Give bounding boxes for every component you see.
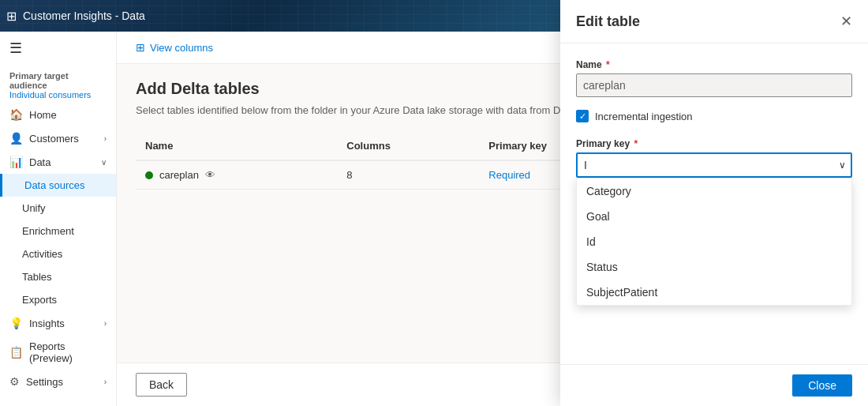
data-chevron-icon: ∨ <box>101 158 107 167</box>
sidebar-item-settings[interactable]: ⚙ Settings › <box>0 370 116 393</box>
app-layout: ☰ Primary target audience Individual con… <box>0 32 868 406</box>
edit-table-panel: Edit table ✕ Name * ✓ Incremental ingest… <box>560 0 868 406</box>
customers-label: Customers <box>29 133 79 145</box>
sidebar-item-insights[interactable]: 💡 Insights › <box>0 311 116 335</box>
topbar-left: ⊞ Customer Insights - Data <box>6 9 145 24</box>
dropdown-list: Category Goal Id Status SubjectPatient <box>576 178 852 306</box>
modal-close-button[interactable]: ✕ <box>840 13 852 30</box>
row-eye-icon[interactable]: 👁 <box>205 169 215 181</box>
insights-label: Insights <box>29 318 65 329</box>
sidebar-item-home[interactable]: 🏠 Home <box>0 103 116 126</box>
primary-key-required-mark: * <box>631 138 638 149</box>
app-title: Customer Insights - Data <box>23 9 145 22</box>
home-icon: 🏠 <box>9 108 23 121</box>
sidebar-item-exports[interactable]: Exports <box>0 288 116 311</box>
customers-icon: 👤 <box>9 132 23 145</box>
grid-icon[interactable]: ⊞ <box>6 9 17 24</box>
settings-chevron-icon: › <box>104 378 107 386</box>
view-columns-button[interactable]: ⊞ View columns <box>129 38 219 57</box>
insights-icon: 💡 <box>9 317 23 329</box>
sidebar-item-reports[interactable]: 📋 Reports (Preview) <box>0 335 116 370</box>
unify-label: Unify <box>22 202 46 214</box>
primary-key-label: Primary key * <box>576 138 852 149</box>
row-name-value: careplan <box>159 169 199 181</box>
col-name-header: Name <box>136 132 337 160</box>
sidebar-item-unify[interactable]: Unify <box>0 197 116 220</box>
name-field[interactable] <box>576 73 852 97</box>
row-columns-cell: 8 <box>337 160 479 190</box>
activities-label: Activities <box>22 248 62 260</box>
data-icon: 📊 <box>9 156 23 168</box>
settings-label: Settings <box>26 376 63 388</box>
sidebar-item-activities[interactable]: Activities <box>0 242 116 265</box>
sidebar-item-enrichment[interactable]: Enrichment <box>0 220 116 242</box>
dropdown-item-goal[interactable]: Goal <box>577 204 851 229</box>
primary-key-dropdown-container: ∨ Category Goal Id Status SubjectPatient <box>576 152 852 178</box>
sidebar-item-data-sources[interactable]: Data sources <box>0 174 116 197</box>
primary-target-label: Primary target audience <box>9 71 107 90</box>
reports-icon: 📋 <box>9 346 23 359</box>
sidebar-item-tables[interactable]: Tables <box>0 265 116 288</box>
back-button[interactable]: Back <box>136 373 187 397</box>
dropdown-item-status[interactable]: Status <box>577 254 851 280</box>
row-name-cell: careplan 👁 <box>136 160 337 190</box>
dropdown-item-category[interactable]: Category <box>577 179 851 204</box>
primary-key-input[interactable] <box>576 152 852 178</box>
enrichment-label: Enrichment <box>22 225 74 237</box>
view-columns-label: View columns <box>150 42 213 54</box>
incremental-checkbox-row: ✓ Incremental ingestion <box>576 110 852 122</box>
sidebar-item-customers[interactable]: 👤 Customers › <box>0 126 116 150</box>
modal-title: Edit table <box>576 13 640 30</box>
modal-footer: Close <box>560 364 868 406</box>
home-label: Home <box>29 109 57 121</box>
incremental-checkbox[interactable]: ✓ <box>576 110 589 122</box>
settings-sidebar-icon: ⚙ <box>9 375 20 388</box>
individual-consumers-label: Individual consumers <box>9 90 107 100</box>
name-required-mark: * <box>604 59 610 70</box>
data-label: Data <box>29 156 51 168</box>
modal-header: Edit table ✕ <box>560 0 868 43</box>
col-columns-header: Columns <box>337 132 479 160</box>
required-link[interactable]: Required <box>488 169 530 181</box>
sidebar-item-data[interactable]: 📊 Data ∨ <box>0 150 116 174</box>
sidebar-section-header: Primary target audience Individual consu… <box>0 65 116 103</box>
modal-body: Name * ✓ Incremental ingestion Primary k… <box>560 43 868 364</box>
incremental-label: Incremental ingestion <box>595 111 693 122</box>
reports-label: Reports (Preview) <box>29 340 107 364</box>
dropdown-item-id[interactable]: Id <box>577 229 851 254</box>
close-modal-button[interactable]: Close <box>792 374 852 397</box>
data-sources-label: Data sources <box>24 179 85 191</box>
sidebar: ☰ Primary target audience Individual con… <box>0 32 117 406</box>
dropdown-item-subjectpatient[interactable]: SubjectPatient <box>577 280 851 305</box>
exports-label: Exports <box>22 294 57 306</box>
hamburger-button[interactable]: ☰ <box>0 32 116 65</box>
customers-chevron-icon: › <box>104 134 107 143</box>
row-status-dot <box>145 171 153 179</box>
name-field-label: Name * <box>576 59 852 70</box>
tables-label: Tables <box>22 271 52 283</box>
insights-chevron-icon: › <box>104 319 107 328</box>
columns-icon: ⊞ <box>136 41 145 54</box>
